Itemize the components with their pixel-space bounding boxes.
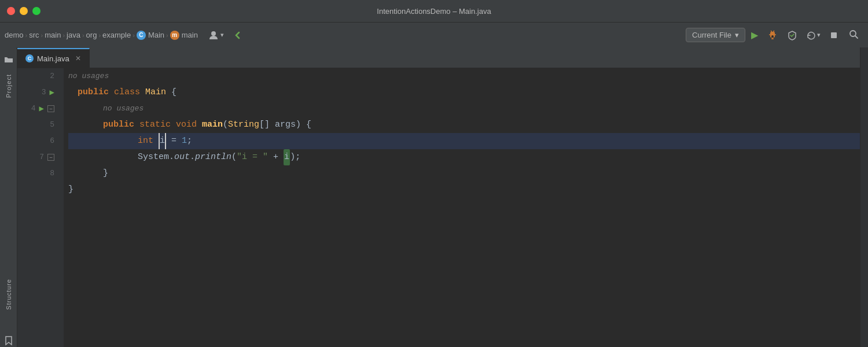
fold-icon-7[interactable]: – (47, 154, 54, 161)
classname-main: Main (145, 84, 171, 101)
window-controls (7, 7, 41, 15)
code-content[interactable]: no usages public class Main { no usages … (64, 68, 860, 347)
svg-rect-9 (831, 32, 837, 38)
code-editor[interactable]: 2 3 ▶ 4 ▶ – 5 6 (17, 68, 860, 347)
left-sidebar: Project Structure (0, 47, 17, 347)
tab-bar: C Main.java ✕ (17, 47, 860, 68)
bc-demo[interactable]: demo (5, 31, 24, 39)
breadcrumb: demo › src › main › java › org › example… (5, 31, 198, 40)
maximize-button[interactable] (32, 7, 41, 15)
code-line-5[interactable]: int i = 1; (68, 133, 860, 149)
string-6: "i = " (237, 149, 268, 165)
code-line-7: } (68, 165, 860, 182)
semicolon-5: ; (187, 133, 192, 149)
code-line-8: } (68, 182, 860, 198)
bc-org[interactable]: org (86, 31, 97, 39)
keyword-void-4: void (176, 117, 202, 133)
var-i-6: i (284, 149, 290, 165)
svg-line-4 (773, 31, 774, 32)
current-file-dropdown[interactable]: Current File ▾ (686, 28, 745, 42)
bc-example[interactable]: example (102, 31, 131, 39)
project-sidebar-label[interactable]: Project (5, 71, 12, 101)
string-type-4: String (228, 117, 259, 133)
method-name-main: main (202, 117, 223, 133)
brace-close-7: } (103, 165, 108, 182)
gutter-line-6: 6 (17, 133, 59, 149)
paren-open-4: ( (223, 117, 228, 133)
keyword-public-3: public (78, 84, 114, 101)
method-icon: m (170, 31, 179, 40)
folder-icon[interactable] (2, 53, 15, 66)
debug-button[interactable] (764, 28, 781, 43)
var-i-assign: i (160, 133, 165, 149)
println-6: println (195, 149, 231, 165)
hint-no-usages-3: no usages (103, 101, 144, 117)
svg-line-11 (855, 36, 858, 38)
tab-class-icon: C (25, 54, 34, 62)
svg-point-2 (771, 35, 774, 38)
title-bar: IntentionActionsDemo – Main.java (0, 0, 868, 22)
back-button[interactable] (230, 28, 246, 42)
gutter: 2 3 ▶ 4 ▶ – 5 6 (17, 68, 64, 347)
main-area: Project Structure C Main.java ✕ 2 (0, 47, 868, 347)
bc-src[interactable]: src (29, 31, 39, 39)
keyword-static-4: static (139, 117, 176, 133)
editor-container: C Main.java ✕ 2 3 ▶ 4 ▶ (17, 47, 860, 347)
tab-close-icon[interactable]: ✕ (75, 54, 81, 62)
code-line-3: public class Main { (68, 84, 860, 101)
code-line-6: System.out.println("i = " + i); (68, 149, 860, 165)
bc-Main[interactable]: C Main (137, 31, 164, 40)
tab-label: Main.java (37, 54, 69, 63)
bc-main[interactable]: main (45, 31, 61, 39)
structure-sidebar-label[interactable]: Structure (5, 275, 12, 313)
assign-op-5: = (166, 133, 182, 149)
paren-6: ( (231, 149, 237, 165)
gutter-line-3: 3 ▶ (17, 84, 59, 101)
gutter-line-5: 5 (17, 117, 59, 133)
stop-button[interactable] (826, 29, 841, 42)
gutter-line-7: 7 – (17, 149, 59, 165)
gutter-line-4: 4 ▶ – (17, 101, 59, 117)
close-button[interactable] (7, 7, 15, 15)
bc-java[interactable]: java (67, 31, 80, 39)
window-title: IntentionActionsDemo – Main.java (377, 7, 491, 16)
current-file-label: Current File (692, 31, 731, 39)
gutter-line-8: 8 (17, 165, 59, 182)
plus-6: + (268, 149, 284, 165)
nav-bar: demo › src › main › java › org › example… (0, 22, 868, 47)
keyword-public-4: public (103, 117, 139, 133)
class-icon: C (137, 31, 146, 40)
system-6: System. (138, 149, 174, 165)
reload-button[interactable]: ▾ (803, 28, 824, 42)
run-button[interactable]: ▶ (748, 27, 762, 43)
hint-no-usages-1: no usages (68, 68, 109, 84)
run-arrow-3[interactable]: ▶ (50, 84, 54, 101)
brace-close-8: } (68, 182, 73, 198)
code-line-4: public static void main(String[] args) { (68, 117, 860, 133)
dropdown-arrow-icon: ▾ (735, 31, 739, 39)
run-arrow-4[interactable]: ▶ (39, 101, 44, 117)
bracket-4: [] args) { (259, 117, 311, 133)
keyword-int-5: int (138, 133, 159, 149)
keyword-class-3: class (114, 84, 145, 101)
fold-icon-4[interactable]: – (47, 105, 54, 112)
brace-open-3: { (171, 84, 176, 101)
code-line-2: no usages (68, 68, 860, 84)
bookmarks-icon[interactable] (2, 334, 15, 347)
num-1-5: 1 (182, 133, 187, 149)
search-button[interactable] (844, 27, 863, 44)
svg-line-3 (771, 31, 772, 32)
code-line-hint-class: no usages (68, 101, 860, 117)
person-icon-button[interactable]: ▾ (205, 28, 227, 42)
coverage-button[interactable] (784, 28, 801, 43)
bc-main-method[interactable]: m main (170, 31, 198, 40)
svg-point-0 (211, 31, 216, 36)
right-scrollbar[interactable] (860, 47, 868, 347)
close-paren-6: ); (290, 149, 300, 165)
dot-6: . (190, 149, 195, 165)
gutter-line-2: 2 (17, 68, 59, 84)
out-6: out (174, 149, 190, 165)
minimize-button[interactable] (20, 7, 28, 15)
tab-main-java[interactable]: C Main.java ✕ (17, 48, 90, 68)
